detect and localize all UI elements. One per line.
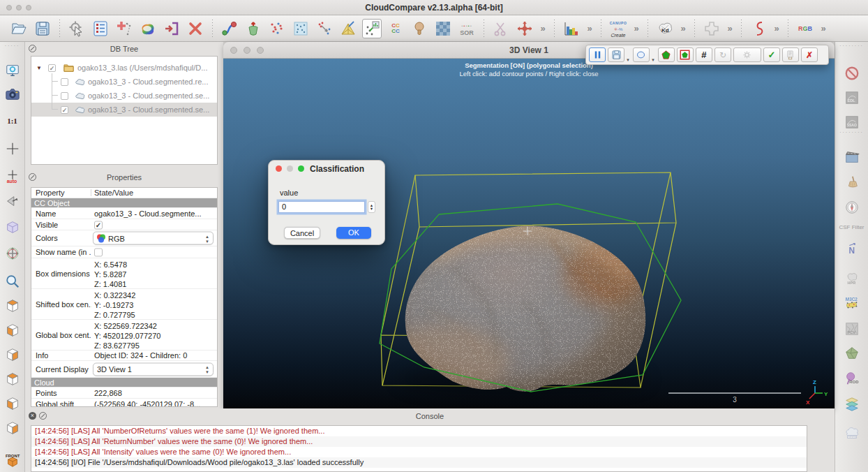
apply-transform-button[interactable]	[162, 19, 181, 38]
segment-out-button[interactable]	[677, 47, 694, 62]
confirm-segmentation-button[interactable]: ✓	[763, 47, 780, 62]
sor-filter-button[interactable]: •••••SOR	[457, 19, 477, 38]
disable-filters-button[interactable]	[835, 64, 868, 82]
tree-item-label: ogako13_3 - Cloud.segmented.se...	[88, 91, 209, 100]
previous-view-button[interactable]	[0, 193, 24, 211]
unroll-button[interactable]	[410, 19, 429, 38]
pause-segmentation-button[interactable]	[589, 47, 606, 62]
tree-item[interactable]: ▼✓ogako13_3.las (/Users/mdshafiqul/D...	[31, 61, 217, 75]
tree-checkbox[interactable]	[61, 92, 68, 100]
subsample-button[interactable]	[267, 19, 287, 38]
view-right-face-button[interactable]	[0, 394, 24, 413]
actual-size-button[interactable]: 1:1	[0, 112, 24, 130]
polygon-mode-button[interactable]	[633, 47, 650, 62]
histogram-button[interactable]	[562, 19, 581, 38]
cancel-segmentation-button[interactable]: ✗	[801, 47, 818, 62]
add-point-button[interactable]	[114, 19, 134, 38]
view-bottom-face-button[interactable]	[0, 419, 24, 437]
view-front-face-button[interactable]	[0, 321, 24, 339]
mesh-delaunay-button[interactable]	[338, 19, 358, 38]
ssao-filter-button[interactable]: SSAO	[835, 113, 868, 131]
zoom-mode-button[interactable]	[0, 272, 24, 290]
more-tools-5-button[interactable]: »	[724, 23, 736, 34]
plugins-button[interactable]	[702, 19, 721, 38]
visible-checkbox[interactable]: ✓	[94, 221, 103, 229]
cloud-cloud-dist-button[interactable]: CCCC	[386, 19, 405, 38]
view-top-button[interactable]	[0, 297, 24, 315]
rod-button[interactable]: ROD	[835, 369, 868, 388]
save-segmentation-button[interactable]	[608, 47, 624, 62]
register-button[interactable]	[315, 19, 334, 38]
dropdown-arrow-icon[interactable]: ▼	[651, 58, 655, 64]
pick-rotation-center-button[interactable]	[67, 19, 87, 38]
layers-button[interactable]	[835, 395, 868, 413]
save-button[interactable]	[33, 19, 52, 38]
more-tools-2-button[interactable]: »	[583, 23, 596, 34]
animation-button[interactable]	[835, 148, 868, 166]
delete-button[interactable]	[186, 19, 205, 38]
volume-2-5d-button[interactable]	[835, 425, 868, 443]
edl-filter-button[interactable]: EDL	[835, 89, 868, 107]
hpr-button[interactable]: HPR	[835, 270, 868, 288]
interactive-transform-button[interactable]	[515, 19, 534, 38]
console-line: [14:24:56] [LAS] All 'Intensity' values …	[31, 447, 807, 457]
translate-rotate-button[interactable]	[220, 19, 239, 38]
pan-mode-button[interactable]	[0, 244, 24, 263]
clean-plugin-button[interactable]	[835, 173, 868, 191]
confirm-and-delete-button[interactable]	[782, 47, 799, 62]
dbtree-panel-title: DB Tree	[25, 45, 223, 53]
facets-button[interactable]	[835, 344, 868, 362]
clone-button[interactable]	[138, 19, 158, 38]
tree-item[interactable]: ✓ogako13_3 - Cloud.segmented.se...	[31, 103, 217, 117]
curvature-s-button[interactable]	[749, 19, 768, 38]
perspective-cube-button[interactable]	[0, 218, 24, 236]
pcv-button[interactable]: PCV	[835, 320, 868, 338]
value-spinner[interactable]: ▲▼	[368, 201, 375, 213]
open-button[interactable]	[9, 19, 29, 38]
tree-item[interactable]: ogako13_3 - Cloud.segmented.re...	[31, 75, 217, 89]
current-display-dropdown[interactable]: 3D View 1 ▲▼	[93, 362, 214, 376]
colors-dropdown[interactable]: RGB ▲▼	[93, 232, 214, 245]
view-left-face-button[interactable]	[0, 346, 24, 364]
more-tools-6-button[interactable]: »	[770, 23, 783, 34]
m3c2-button[interactable]: M3C2	[835, 295, 868, 313]
toolbar-grip[interactable]: ·····	[0, 43, 24, 48]
value-input[interactable]: 0	[278, 201, 365, 213]
kd-tree-button[interactable]: Kd	[655, 19, 675, 38]
compute-octree-button[interactable]	[291, 19, 310, 38]
tree-item[interactable]: ogako13_3 - Cloud.segmented.se...	[31, 89, 217, 103]
tree-checkbox[interactable]: ✓	[61, 106, 68, 114]
segment-settings-button[interactable]	[733, 47, 761, 62]
tree-checkbox[interactable]: ✓	[48, 64, 56, 72]
segment-in-button[interactable]	[658, 47, 675, 62]
more-tools-7-button[interactable]: »	[817, 23, 830, 34]
segment-scissors-button[interactable]	[491, 19, 511, 38]
compute-normals-button[interactable]	[244, 19, 263, 38]
display-settings-button[interactable]	[0, 61, 24, 80]
set-rotation-center-button[interactable]	[0, 140, 24, 158]
auto-set-rotation-center-button[interactable]: auto	[0, 168, 24, 186]
canupo-create-button[interactable]: CANUPO⚛-%Create	[608, 19, 628, 38]
properties-list-button[interactable]	[91, 19, 110, 38]
more-tools-4-button[interactable]: »	[677, 23, 689, 34]
dialog-close-button[interactable]	[276, 165, 282, 172]
compass-plugin-button[interactable]	[835, 198, 868, 216]
tree-checkbox[interactable]	[61, 78, 68, 86]
show-name-checkbox[interactable]	[94, 249, 103, 257]
interpolate-checker-button[interactable]	[433, 19, 453, 38]
cancel-button[interactable]: Cancel	[284, 227, 320, 239]
dropdown-arrow-icon[interactable]: ▼	[626, 58, 630, 64]
normals-arrow-button[interactable]: N	[835, 240, 868, 258]
rgb-filter-button[interactable]: RGB	[795, 19, 815, 38]
more-tools-3-button[interactable]: »	[630, 23, 643, 34]
view-back-face-button[interactable]	[0, 370, 24, 388]
ok-button[interactable]: OK	[336, 227, 371, 239]
view-front-button[interactable]: FRONT	[0, 451, 24, 469]
more-tools-1-button[interactable]: »	[537, 23, 549, 34]
expander-icon[interactable]: ▼	[36, 65, 42, 71]
toolbar-grip[interactable]: ········	[835, 43, 868, 48]
undo-segmentation-button[interactable]: ↻	[714, 47, 731, 62]
screenshot-button[interactable]	[0, 85, 24, 103]
classify-hash-button[interactable]: #	[696, 47, 712, 62]
point-picking-button[interactable]	[362, 19, 382, 38]
